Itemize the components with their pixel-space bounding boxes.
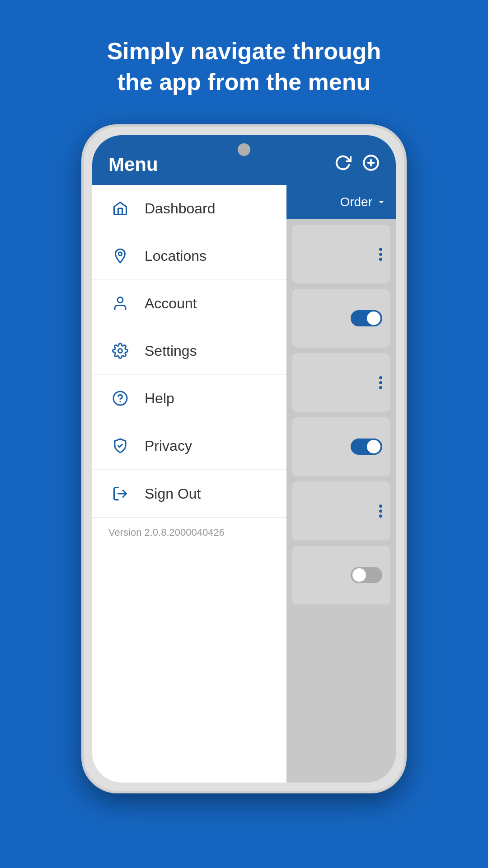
body-area: Dashboard Locations <box>92 185 396 783</box>
add-icon[interactable] <box>362 154 380 175</box>
toggle-knob-3 <box>352 568 366 582</box>
phone-frame: Menu <box>81 124 407 793</box>
right-card-3 <box>292 353 390 412</box>
refresh-icon[interactable] <box>334 154 352 175</box>
menu-panel: Dashboard Locations <box>92 185 286 783</box>
dots-menu-2[interactable] <box>379 376 382 389</box>
menu-label-locations: Locations <box>145 248 206 264</box>
menu-item-settings[interactable]: Settings <box>92 327 286 375</box>
toggle-knob-2 <box>367 440 380 453</box>
version-text: Version 2.0.8.2000040426 <box>92 517 286 547</box>
dots-menu-1[interactable] <box>379 248 382 261</box>
dots-menu-3[interactable] <box>379 505 382 518</box>
gear-icon <box>108 339 132 363</box>
svg-point-4 <box>117 297 123 303</box>
top-bar-icons <box>334 154 380 175</box>
menu-item-locations[interactable]: Locations <box>92 232 286 280</box>
hero-line2: the app from the menu <box>117 69 371 95</box>
svg-point-3 <box>118 252 122 256</box>
order-dropdown[interactable]: Order <box>340 195 387 209</box>
right-card-1 <box>292 225 390 283</box>
menu-label-settings: Settings <box>145 343 197 359</box>
right-card-5 <box>292 481 390 540</box>
person-icon <box>108 292 132 315</box>
top-bar: Menu <box>92 135 396 185</box>
menu-item-dashboard[interactable]: Dashboard <box>92 185 286 232</box>
toggle-3[interactable] <box>351 567 382 583</box>
camera-notch <box>238 143 250 156</box>
menu-label-account: Account <box>145 295 197 312</box>
right-card-2 <box>292 289 390 348</box>
menu-label-signout: Sign Out <box>145 486 201 502</box>
right-card-4 <box>292 417 390 476</box>
order-label: Order <box>340 195 372 209</box>
menu-item-privacy[interactable]: Privacy <box>92 422 286 470</box>
signout-icon <box>108 482 132 505</box>
toggle-1[interactable] <box>351 310 382 326</box>
top-bar-left: Menu <box>108 145 334 175</box>
right-card-6 <box>292 546 390 604</box>
home-icon <box>108 197 132 220</box>
menu-item-help[interactable]: Help <box>92 375 286 422</box>
menu-label-privacy: Privacy <box>145 438 192 454</box>
menu-title: Menu <box>108 154 334 175</box>
shield-icon <box>108 434 132 458</box>
phone-inner: Menu <box>92 135 396 783</box>
pin-icon <box>108 244 132 268</box>
menu-item-signout[interactable]: Sign Out <box>92 470 286 517</box>
menu-item-account[interactable]: Account <box>92 280 286 327</box>
hero-line1: Simply navigate through <box>107 38 381 64</box>
right-header: Order <box>286 185 396 219</box>
menu-label-dashboard: Dashboard <box>145 200 216 217</box>
question-icon <box>108 387 132 410</box>
right-panel: Order <box>286 185 396 783</box>
right-content <box>286 219 396 783</box>
svg-point-5 <box>118 349 122 353</box>
menu-label-help: Help <box>145 390 174 407</box>
toggle-2[interactable] <box>351 439 382 455</box>
toggle-knob-1 <box>367 311 380 325</box>
hero-text: Simply navigate through the app from the… <box>86 36 402 97</box>
